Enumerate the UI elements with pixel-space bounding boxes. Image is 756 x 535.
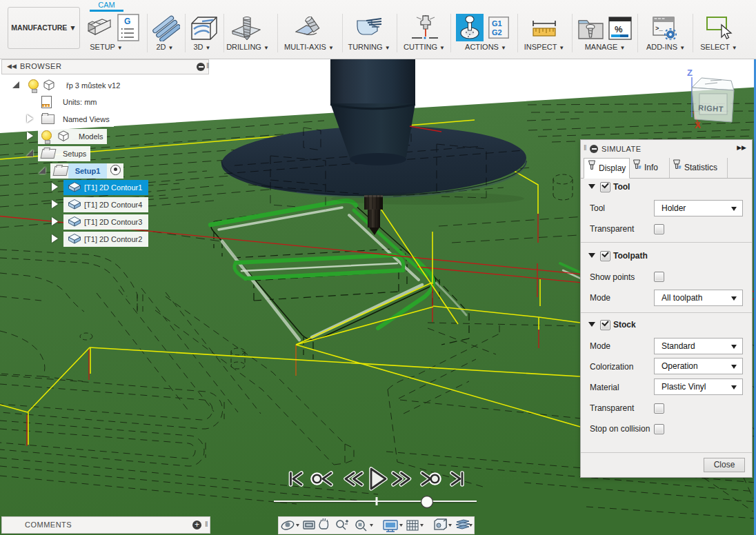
svg-text:G: G [124,17,130,26]
svg-text:G2: G2 [492,28,502,37]
svg-text:X: X [695,120,701,130]
svg-text:G1: G1 [492,19,502,28]
svg-text:#: # [678,164,682,170]
svg-text:#: # [638,164,641,170]
svg-text:RIGHT: RIGHT [698,103,724,113]
svg-text:%: % [615,24,623,34]
svg-text:Z: Z [687,68,693,78]
svg-text:>_: >_ [655,26,663,32]
